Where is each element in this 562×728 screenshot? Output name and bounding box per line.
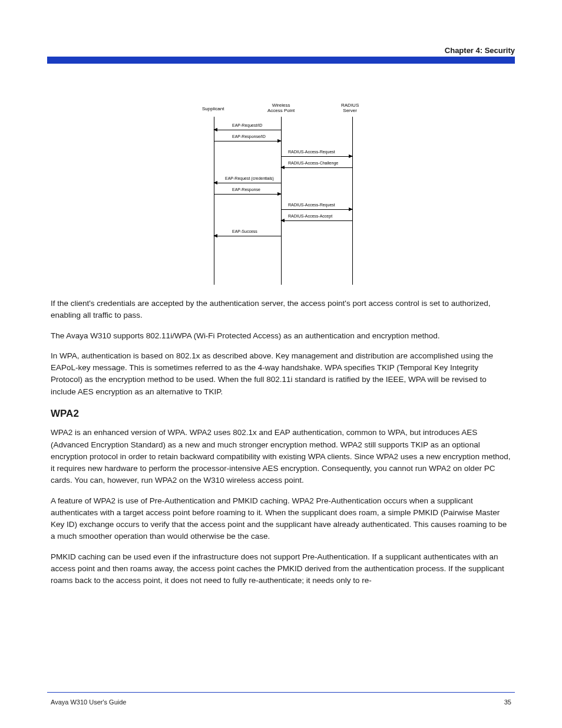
arrow-eap-response-id: [214, 141, 281, 141]
footer-page-number: 35: [504, 699, 511, 706]
msg-eap-request-id: EAP-Request/ID: [232, 123, 262, 127]
tick: [281, 229, 282, 233]
para-wpa2-preauth: A feature of WPA2 is use of Pre-Authenti…: [51, 495, 511, 543]
actor-supplicant: Supplicant: [202, 107, 224, 112]
para-wpa-intro: The Avaya W310 supports 802.11i/WPA (Wi-…: [51, 330, 511, 342]
actor-access-point: Wireless Access Point: [267, 103, 295, 114]
actor-radius: RADIUS Server: [341, 103, 359, 114]
para-wpa2-intro: WPA2 is an enhanced version of WPA. WPA2…: [51, 427, 511, 486]
msg-radius-access-challenge: RADIUS-Access-Challenge: [288, 161, 338, 165]
arrow-eap-response: [214, 194, 281, 195]
header-rule: [47, 57, 515, 64]
msg-radius-access-accept: RADIUS-Access-Accept: [288, 214, 332, 218]
tick: [281, 123, 282, 127]
lifeline-radius: [352, 117, 353, 285]
msg-eap-request-credentials: EAP-Request (credentials): [225, 176, 274, 180]
msg-eap-response: EAP-Response: [232, 187, 260, 192]
msg-radius-access-request-2: RADIUS-Access-Request: [288, 203, 335, 207]
para-authorized: If the client's credentials are accepted…: [51, 298, 511, 322]
arrow-eap-request-credentials: [214, 183, 281, 183]
arrow-eap-request-id: [214, 130, 281, 130]
msg-eap-success: EAP-Success: [232, 229, 257, 233]
footer-rule: [47, 692, 515, 693]
heading-wpa2: WPA2: [51, 406, 511, 421]
arrow-eap-success: [214, 236, 281, 236]
tick: [352, 161, 353, 165]
msg-radius-access-request-1: RADIUS-Access-Request: [288, 150, 335, 154]
tick: [214, 134, 214, 139]
arrow-radius-access-request-1: [281, 156, 352, 157]
running-title: Chapter 4: Security: [445, 46, 515, 55]
body-copy: If the client's credentials are accepted…: [51, 298, 511, 595]
para-wpa-detail: In WPA, authentication is based on 802.1…: [51, 350, 511, 398]
tick: [281, 203, 282, 207]
footer-doc-title: Avaya W310 User's Guide: [51, 699, 126, 706]
tick: [281, 150, 282, 154]
arrow-radius-access-challenge: [281, 167, 352, 168]
arrow-radius-access-request-2: [281, 209, 352, 210]
arrow-radius-access-accept: [281, 220, 352, 221]
tick: [352, 214, 353, 218]
tick: [214, 187, 214, 192]
para-wpa2-pmkid: PMKID caching can be used even if the in…: [51, 551, 511, 587]
tick: [281, 176, 282, 180]
msg-eap-response-id: EAP-Response/ID: [232, 134, 266, 139]
eap-sequence-diagram: Supplicant Wireless Access Point RADIUS …: [204, 103, 362, 286]
lifeline-supplicant: [214, 117, 214, 285]
